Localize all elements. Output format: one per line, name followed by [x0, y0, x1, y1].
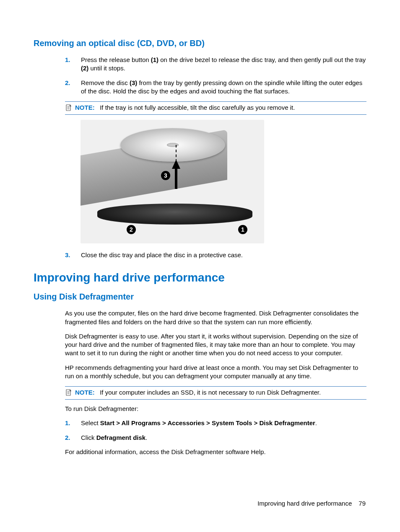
bold-callout-ref: (2) [81, 65, 88, 72]
list-number: 2. [65, 79, 81, 96]
note-icon [65, 104, 73, 112]
paragraph: Disk Defragmenter is easy to use. After … [65, 332, 366, 358]
text: . [315, 419, 317, 426]
note-label: NOTE: [75, 104, 95, 111]
heading-disk-defragmenter: Using Disk Defragmenter [34, 292, 366, 302]
list-item: 1. Select Start > All Programs > Accesso… [65, 419, 366, 427]
footer-section-title: Improving hard drive performance [257, 500, 352, 507]
heading-removing-disc: Removing an optical disc (CD, DVD, or BD… [34, 39, 366, 48]
document-page: Removing an optical disc (CD, DVD, or BD… [0, 0, 400, 532]
list-item: 1. Press the release button (1) on the d… [65, 56, 366, 73]
page-footer: Improving hard drive performance79 [257, 500, 366, 507]
text: . [145, 434, 147, 441]
bold-action: Defragment disk [96, 434, 146, 441]
figure-callout-3: 3 [161, 171, 170, 180]
figure-optical-drive: 3 2 1 [81, 120, 264, 243]
ordered-list-defrag: 1. Select Start > All Programs > Accesso… [65, 419, 366, 442]
figure-callout-1: 1 [238, 225, 247, 234]
list-item: 2. Remove the disc (3) from the tray by … [65, 79, 366, 96]
paragraph: To run Disk Defragmenter: [65, 405, 366, 413]
list-number: 2. [65, 434, 81, 442]
list-body: Remove the disc (3) from the tray by gen… [81, 79, 366, 96]
bold-menu-path: Start > All Programs > Accessories > Sys… [100, 419, 315, 426]
ordered-list-remove-disc-cont: 3. Close the disc tray and place the dis… [65, 251, 366, 259]
list-body: Close the disc tray and place the disc i… [81, 251, 366, 259]
list-item: 2. Click Defragment disk. [65, 434, 366, 442]
list-body: Press the release button (1) on the driv… [81, 56, 366, 73]
list-number: 3. [65, 251, 81, 259]
text: on the drive bezel to release the disc t… [158, 56, 366, 63]
list-item: 3. Close the disc tray and place the dis… [65, 251, 366, 259]
bold-callout-ref: (1) [151, 56, 158, 63]
note-block: NOTE: If the tray is not fully accessibl… [65, 101, 366, 115]
note-text: NOTE: If your computer includes an SSD, … [73, 389, 366, 396]
note-text: NOTE: If the tray is not fully accessibl… [73, 104, 366, 111]
paragraph: HP recommends defragmenting your hard dr… [65, 364, 366, 381]
note-label: NOTE: [75, 389, 95, 396]
text: Click [81, 434, 96, 441]
figure-callout-2: 2 [127, 225, 136, 234]
note-body: If the tray is not fully accessible, til… [100, 104, 295, 111]
note-body: If your computer includes an SSD, it is … [100, 389, 321, 396]
ordered-list-remove-disc: 1. Press the release button (1) on the d… [65, 56, 366, 96]
page-number: 79 [358, 500, 366, 507]
paragraph: As you use the computer, files on the ha… [65, 309, 366, 326]
heading-improving-performance: Improving hard drive performance [34, 271, 366, 284]
text: Press the release button [81, 56, 151, 63]
list-body: Select Start > All Programs > Accessorie… [81, 419, 366, 427]
list-number: 1. [65, 419, 81, 427]
text: Remove the disc [81, 79, 130, 86]
list-body: Click Defragment disk. [81, 434, 366, 442]
note-block: NOTE: If your computer includes an SSD, … [65, 386, 366, 400]
list-number: 1. [65, 56, 81, 73]
note-icon [65, 389, 73, 397]
bold-callout-ref: (3) [130, 79, 137, 86]
text: until it stops. [88, 65, 125, 72]
paragraph: For additional information, access the D… [65, 448, 366, 456]
text: Select [81, 419, 100, 426]
